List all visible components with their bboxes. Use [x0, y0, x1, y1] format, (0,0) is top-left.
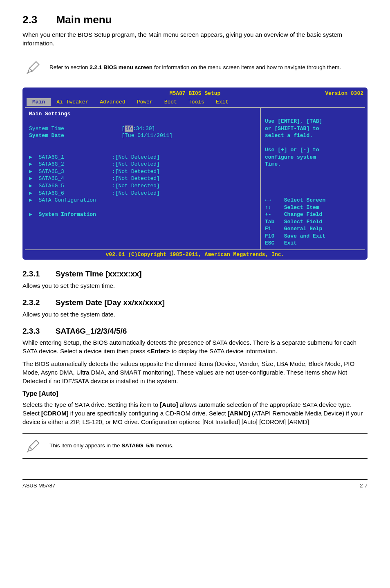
body-text: Selects the type of SATA drive. Setting …: [22, 400, 368, 426]
bios-sata-item: SATA6G_1: [38, 154, 64, 160]
note-block: This item only appears in the SATA6G_5/6…: [22, 433, 368, 459]
bios-sata-item: SATA6G_2: [38, 161, 64, 167]
bios-tab-tools: Tools: [183, 98, 210, 106]
bios-help-2: Use [+] or [-] to configure system Time.: [265, 147, 319, 167]
bios-sata-item: SATA6G_5: [38, 183, 64, 189]
main-settings-heading: Main Settings: [29, 111, 70, 117]
body-text: Allows you to set the system date.: [22, 310, 368, 319]
triangle-icon: ▶: [29, 183, 32, 189]
bios-tab-boot: Boot: [159, 98, 183, 106]
bios-help-1: Use [ENTER], [TAB] or [SHIFT-TAB] to sel…: [265, 118, 322, 139]
pencil-icon: [25, 59, 41, 76]
bios-tab-advanced: Advanced: [94, 98, 131, 106]
bios-system-information: System Information: [38, 211, 96, 218]
footer-left: ASUS M5A87: [22, 482, 55, 489]
note-text: Refer to section 2.2.1 BIOS menu screen …: [49, 64, 341, 72]
system-date-label: System Date: [29, 132, 64, 139]
bios-tab-bar: Main Ai Tweaker Advanced Power Boot Tool…: [25, 98, 365, 108]
section-name: Main menu: [56, 13, 112, 26]
bios-footer: v02.61 (C)Copyright 1985-2011, American …: [25, 250, 365, 259]
note-block: Refer to section 2.2.1 BIOS menu screen …: [22, 55, 368, 80]
triangle-icon: ▶: [29, 175, 32, 182]
bios-nav-line: ↑↓ Select Item: [265, 204, 319, 211]
triangle-icon: ▶: [29, 161, 32, 167]
body-text: While entering Setup, the BIOS automatic…: [22, 338, 368, 355]
bios-nav-line: F10 Save and Exit: [265, 233, 325, 239]
bios-version: Version 0302: [325, 90, 363, 97]
system-time-label: System Time: [29, 126, 64, 132]
subsection-heading: 2.3.1 System Time [xx:xx:xx]: [22, 269, 368, 280]
section-heading: 2.3 Main menu: [22, 12, 368, 27]
system-time-hour: 16: [125, 126, 133, 132]
triangle-icon: ▶: [29, 197, 32, 203]
bios-left-pane: Main Settings System Time [16:34:30] Sys…: [25, 108, 261, 249]
bios-tab-aitweaker: Ai Tweaker: [51, 98, 94, 106]
bios-nav-line: Tab Select Field: [265, 219, 322, 225]
type-auto-heading: Type [Auto]: [22, 389, 368, 398]
bios-nav-line: F1 General Help: [265, 226, 322, 232]
bios-help-pane: Use [ENTER], [TAB] or [SHIFT-TAB] to sel…: [261, 108, 365, 249]
system-date-value: [Tue 01/11/2011]: [121, 132, 173, 139]
pencil-icon: [25, 438, 41, 454]
bios-title: M5A87 BIOS Setup: [170, 90, 221, 97]
page-footer: ASUS M5A87 2-7: [22, 479, 368, 489]
body-text: Allows you to set the system time.: [22, 281, 368, 290]
footer-right: 2-7: [360, 482, 368, 489]
bios-tab-main: Main: [27, 98, 51, 106]
triangle-icon: ▶: [29, 168, 32, 175]
bios-screenshot: M5A87 BIOS Setup Version 0302 Main Ai Tw…: [22, 88, 368, 260]
bios-sata-item: SATA6G_3: [38, 168, 64, 175]
triangle-icon: ▶: [29, 190, 32, 196]
subsection-heading: 2.3.3 SATA6G_1/2/3/4/5/6: [22, 326, 368, 337]
bios-nav-line: ←→ Select Screen: [265, 197, 325, 203]
bios-sata-item: SATA6G_4: [38, 175, 64, 182]
bios-nav-line: +- Change Field: [265, 211, 322, 218]
bios-sata-item: SATA6G_6: [38, 190, 64, 196]
bios-sata-config: SATA Configuration: [38, 197, 96, 203]
bios-tab-power: Power: [131, 98, 159, 106]
note-text: This item only appears in the SATA6G_5/6…: [49, 442, 173, 450]
bios-tab-exit: Exit: [210, 98, 234, 106]
triangle-icon: ▶: [29, 154, 32, 160]
body-text: The BIOS automatically detects the value…: [22, 359, 368, 385]
intro-paragraph: When you enter the BIOS Setup program, t…: [22, 30, 368, 47]
triangle-icon: ▶: [29, 211, 32, 218]
section-number: 2.3: [22, 13, 37, 26]
bios-nav-line: ESC Exit: [265, 240, 297, 246]
subsection-heading: 2.3.2 System Date [Day xx/xx/xxxx]: [22, 297, 368, 308]
